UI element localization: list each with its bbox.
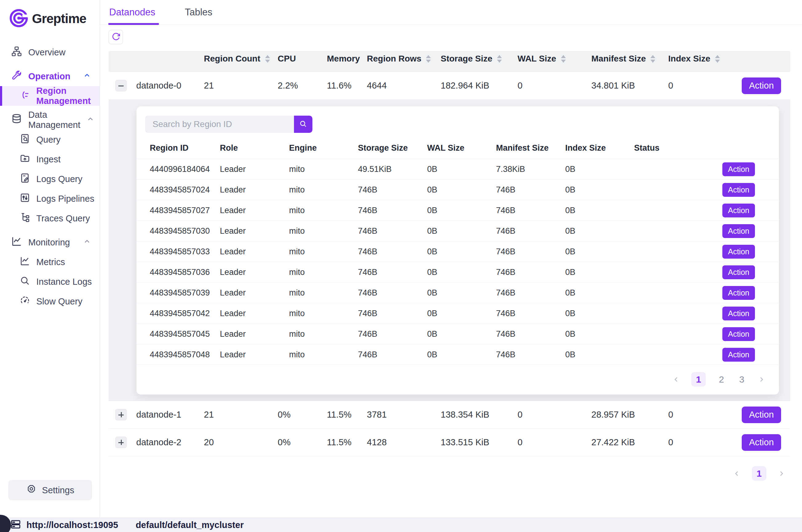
next-page-icon[interactable] [777,470,785,478]
column-header-storage-size[interactable]: Storage Size [441,54,518,64]
action-button[interactable]: Action [742,406,781,423]
region-branch-icon [20,90,30,102]
cell-manifest-size: 746B [496,288,565,298]
sidebar-section-operation[interactable]: Operation [0,66,100,86]
speedometer-icon [20,295,30,308]
column-header-manifest-size[interactable]: Manifest Size [591,54,668,64]
chevron-up-icon[interactable] [83,71,91,81]
column-header-region-rows[interactable]: Region Rows [367,54,441,64]
region-row: 4483945857033 Leader mito 746B 0B 746B 0… [136,241,779,262]
page-button-1[interactable]: 1 [752,466,766,481]
column-header-index-size[interactable]: Index Size [668,54,724,64]
region-action-button[interactable]: Action [722,224,755,238]
sidebar-section-data-management[interactable]: Data Management [0,110,100,130]
sidebar-item-query[interactable]: Query [0,130,100,149]
cell-memory: 11.5% [327,410,367,420]
region-action-button[interactable]: Action [722,286,755,300]
cell-manifest-size: 746B [496,185,565,195]
sort-icon[interactable] [715,55,720,63]
region-action-button[interactable]: Action [722,183,755,197]
cell-region-id: 4440996184064 [150,165,220,174]
cell-wal-size: 0 [518,437,591,448]
cell-index-size: 0 [668,437,724,448]
region-search-input[interactable] [145,116,294,133]
region-row: 4483945857030 Leader mito 746B 0B 746B 0… [136,221,779,241]
sidebar-item-instance-logs[interactable]: Instance Logs [0,272,100,291]
cluster-name[interactable]: default/default_mycluster [136,520,244,530]
next-page-icon[interactable] [758,376,765,383]
sidebar-section-monitoring[interactable]: Monitoring [0,232,100,252]
region-action-button[interactable]: Action [722,327,755,341]
tab-tables[interactable]: Tables [185,0,212,25]
cell-storage-size: 746B [358,350,427,360]
sidebar-item-traces-query[interactable]: Traces Query [0,209,100,228]
cell-index-size: 0 [668,410,724,420]
region-action-button[interactable]: Action [722,163,755,176]
sidebar-item-overview[interactable]: Overview [0,42,100,62]
sidebar-item-logs-query[interactable]: Logs Query [0,169,100,189]
sort-icon[interactable] [426,55,431,63]
cell-engine: mito [289,288,358,298]
previous-page-icon[interactable] [672,376,680,383]
page-button-2[interactable]: 2 [717,374,726,385]
sort-icon[interactable] [561,55,566,63]
sidebar-item-ingest[interactable]: Ingest [0,149,100,169]
settings-label: Settings [42,485,74,495]
main-area: Datanodes Tables Region Count [100,0,802,517]
cell-region-id: 4483945857042 [150,309,220,318]
chevron-up-icon[interactable] [83,238,91,248]
region-action-button[interactable]: Action [722,307,755,320]
cell-engine: mito [289,309,358,318]
expanded-regions-section: Region ID Role Engine Storage Size WAL S… [109,99,790,401]
settings-button[interactable]: Settings [8,480,92,500]
tab-datanodes[interactable]: Datanodes [109,0,155,25]
cell-region-id: 4483945857027 [150,206,220,215]
sort-icon[interactable] [650,55,655,63]
endpoint-url[interactable]: http://localhost:19095 [26,520,118,530]
cell-storage-size: 746B [358,288,427,298]
expand-row-button[interactable] [115,409,127,420]
previous-page-icon[interactable] [733,470,741,478]
chevron-up-icon[interactable] [87,115,94,125]
sidebar-item-logs-pipelines[interactable]: Logs Pipelines [0,189,100,209]
cell-cpu: 0% [278,437,327,448]
sort-icon[interactable] [265,55,270,63]
expand-row-button[interactable] [115,437,127,448]
collapse-row-button[interactable] [115,80,127,91]
sidebar-item-region-management[interactable]: Region Management [0,86,100,106]
regions-panel: Region ID Role Engine Storage Size WAL S… [136,107,779,395]
cell-role: Leader [220,206,289,215]
region-action-button[interactable]: Action [722,245,755,259]
column-header-region-count[interactable]: Region Count [204,54,278,64]
sort-icon[interactable] [497,55,502,63]
region-action-button[interactable]: Action [722,348,755,362]
column-header-wal-size[interactable]: WAL Size [518,54,591,64]
page-button-3[interactable]: 3 [737,374,746,385]
refresh-button[interactable] [109,30,123,44]
cell-role: Leader [220,165,289,174]
page-button-1[interactable]: 1 [691,372,706,386]
action-button[interactable]: Action [742,434,781,451]
cell-wal-size: 0B [427,206,496,215]
region-row: 4483945857045 Leader mito 746B 0B 746B 0… [136,323,779,344]
cell-manifest-size: 746B [496,247,565,256]
region-search [136,116,779,133]
line-chart-icon [20,256,30,268]
sidebar-item-slow-query[interactable]: Slow Query [0,291,100,311]
gear-icon [26,484,37,497]
region-row: 4440996184064 Leader mito 49.51KiB 0B 7.… [136,159,779,179]
sidebar-section-label: Monitoring [28,238,70,248]
cell-index-size: 0B [565,268,634,277]
region-action-button[interactable]: Action [722,265,755,279]
cell-cpu: 2.2% [278,80,327,91]
sidebar-item-label: Traces Query [36,213,90,224]
cell-role: Leader [220,268,289,277]
region-action-button[interactable]: Action [722,204,755,217]
sidebar-item-metrics[interactable]: Metrics [0,252,100,272]
cell-wal-size: 0B [427,247,496,256]
cell-storage-size: 49.51KiB [358,165,427,174]
sidebar-item-label: Logs Query [36,174,82,184]
refresh-icon [111,32,120,42]
search-button[interactable] [294,116,312,133]
action-button[interactable]: Action [742,77,781,94]
